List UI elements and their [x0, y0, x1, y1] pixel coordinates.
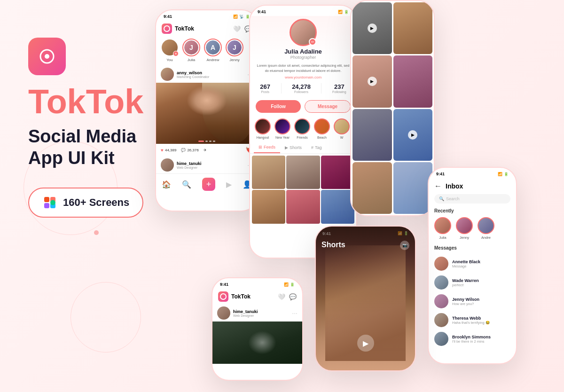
nav-search-icon[interactable]: 🔍: [182, 180, 191, 189]
highlight-friends[interactable]: Friends: [294, 118, 310, 139]
nav-home-icon[interactable]: 🏠: [162, 180, 171, 189]
play-btn-2[interactable]: ▶: [368, 77, 377, 86]
recent-andre[interactable]: Andre: [478, 217, 494, 240]
story-julia[interactable]: J Julia: [182, 39, 200, 62]
profile-stats: 267 Posts 24,278 Followers 237 Following: [250, 79, 356, 97]
profile-avatar: ✏: [290, 19, 317, 46]
phone6-feed-header: TokTok 🤍 💬: [212, 289, 302, 305]
profile-photo-grid: [250, 154, 356, 226]
tag-icon: #: [311, 145, 313, 150]
story-you[interactable]: + You: [161, 39, 179, 62]
jenny-avatar: [434, 294, 448, 308]
story-jenny[interactable]: J Jenny: [226, 39, 243, 62]
nav-shorts-icon[interactable]: ▶: [226, 180, 232, 189]
collage-photo-8[interactable]: [393, 162, 433, 214]
phone6-app-name: TokTok: [231, 293, 251, 300]
collage-photo-5[interactable]: [352, 109, 392, 161]
profile-edit-badge[interactable]: ✏: [309, 38, 316, 46]
screens-badge[interactable]: 160+ Screens: [28, 188, 143, 218]
phone1-time: 9:41: [164, 14, 172, 19]
shorts-play-button[interactable]: ▶: [357, 335, 374, 352]
recent-jenny-name: Jenny: [460, 235, 469, 240]
highlight-newyear-label: New Year: [275, 136, 290, 139]
story-andrew[interactable]: A Andrew: [204, 39, 222, 62]
recent-jenny[interactable]: Jenny: [456, 217, 473, 240]
shorts-camera-icon[interactable]: 📷: [400, 241, 409, 250]
highlight-beach-label: Beach: [317, 136, 327, 139]
stat-following-number: 237: [332, 83, 346, 90]
second-post-user: hime_tanuki Web Designer ···: [156, 157, 258, 173]
inbox-search[interactable]: 🔍 Search: [434, 194, 510, 204]
phone6-heart-icon[interactable]: 🤍: [278, 293, 285, 300]
brooklyn-preview: I'll be there in 2 mins: [452, 339, 510, 344]
grid-photo-1[interactable]: [252, 156, 285, 189]
message-item-brooklyn[interactable]: Brooklyn Simmons I'll be there in 2 mins: [429, 329, 516, 348]
app-icon: [28, 38, 66, 75]
message-item-theresa[interactable]: Theresa Webb Haha that's terrifying 😂: [429, 311, 516, 329]
grid-photo-5[interactable]: [286, 190, 320, 223]
phone1-status-icons: 📶 📡 🔋: [233, 15, 250, 19]
recent-contacts-row: Julia Jenny Andre: [429, 215, 516, 243]
tagline-line2: App UI Kit: [28, 148, 115, 168]
nav-plus-button[interactable]: +: [202, 178, 215, 191]
grid-photo-3[interactable]: [321, 156, 354, 189]
stat-posts-number: 267: [260, 83, 270, 90]
story-jenny-ring: J: [226, 39, 243, 56]
collage-photo-1[interactable]: ▶: [352, 2, 392, 54]
phone6-message-icon[interactable]: 💬: [289, 293, 297, 300]
jenny-name: Jenny Wilson: [452, 297, 510, 302]
recent-julia[interactable]: Julia: [434, 217, 451, 240]
phone2-time: 9:41: [258, 9, 266, 14]
phone6-post-image: [212, 321, 302, 364]
play-btn-1[interactable]: ▶: [368, 24, 377, 33]
follow-button[interactable]: Follow: [256, 100, 301, 113]
feed-logo: TokTok: [162, 24, 194, 34]
grid-photo-6[interactable]: [321, 190, 354, 223]
message-item-jenny[interactable]: Jenny Wilson How are you?: [429, 292, 516, 311]
profile-link[interactable]: www.yourdomain.com: [250, 75, 356, 79]
highlight-newyear[interactable]: New Year: [274, 118, 290, 139]
play-btn-3[interactable]: ▶: [408, 130, 417, 140]
collage-photo-3[interactable]: ▶: [352, 55, 392, 107]
stories-row: + You J Julia A Andrew: [156, 37, 258, 66]
highlight-hangout[interactable]: Hangout: [255, 118, 271, 139]
image-dots: [198, 141, 215, 142]
messages-label: Messages: [429, 243, 516, 252]
tab-feeds[interactable]: ⊞ Feeds: [254, 142, 280, 153]
highlight-hangout-label: Hangout: [257, 136, 269, 139]
story-jenny-label: Jenny: [229, 58, 239, 62]
jenny-content: Jenny Wilson How are you?: [452, 297, 510, 306]
theresa-preview: Haha that's terrifying 😂: [452, 321, 510, 325]
message-item-annette[interactable]: Annette Black Message: [429, 254, 516, 273]
highlight-beach[interactable]: Beach: [314, 118, 330, 139]
phone6-more-icon[interactable]: ···: [292, 309, 298, 317]
heart-header-icon[interactable]: 🤍: [233, 25, 241, 32]
face-overlay: [187, 85, 227, 116]
stat-following: 237 Following: [332, 83, 346, 94]
like-action[interactable]: ♥ 44,389: [161, 148, 176, 153]
highlight-newyear-circle: [274, 118, 290, 134]
story-julia-avatar: J: [184, 40, 198, 55]
share-action[interactable]: ✈: [204, 148, 207, 152]
phones-area: 9:41 📶 📡 🔋 TokTok 🤍 💬 +: [155, 0, 564, 392]
message-item-wade[interactable]: Wade Warren perfect!: [429, 273, 516, 292]
message-button[interactable]: Message: [305, 100, 351, 113]
second-user-info: hime_tanuki Web Designer: [161, 158, 202, 172]
collage-photo-4[interactable]: [393, 55, 433, 107]
grid-photo-4[interactable]: [252, 190, 285, 223]
tab-feeds-label: Feeds: [264, 145, 275, 149]
collage-photo-7[interactable]: [352, 162, 392, 214]
tab-tag[interactable]: # Tag: [306, 142, 327, 153]
back-button[interactable]: ←: [434, 182, 442, 190]
grid-photo-2[interactable]: [286, 156, 320, 189]
recent-andre-name: Andre: [481, 235, 491, 240]
phone-photo-grid: ▶ ▶ ▶: [350, 0, 435, 216]
collage-photo-2[interactable]: [393, 2, 433, 54]
highlight-w[interactable]: W: [334, 118, 350, 139]
phone6-status-icons: 📶 🔋: [284, 282, 295, 287]
phone2-status-icons: 📶 🔋: [338, 10, 349, 14]
story-you-ring: +: [161, 39, 179, 56]
tab-shorts[interactable]: ▶ Shorts: [280, 142, 306, 153]
collage-photo-6[interactable]: ▶: [393, 109, 433, 161]
comment-action[interactable]: 💬 26,376: [181, 148, 198, 152]
